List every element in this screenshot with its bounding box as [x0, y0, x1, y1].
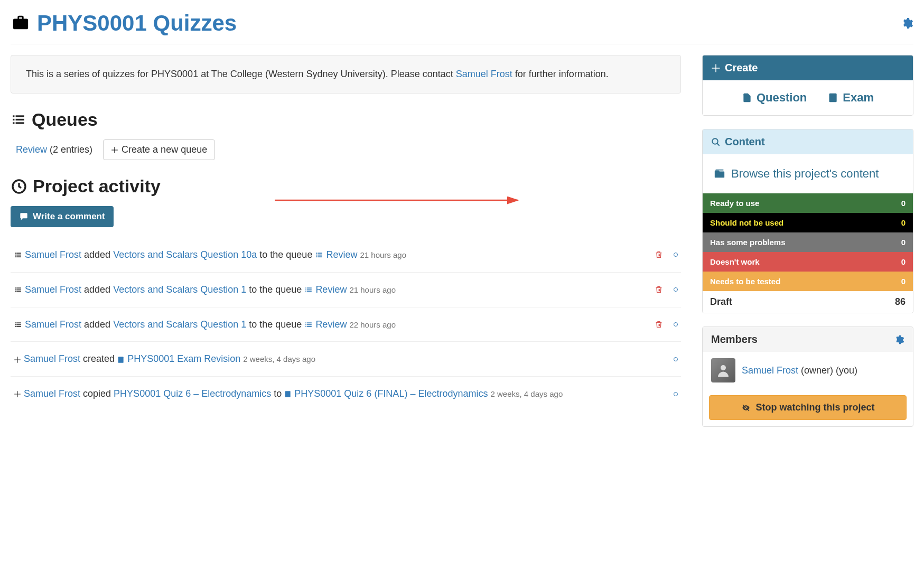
activity-user-link[interactable]: Samuel Frost: [25, 319, 81, 330]
clock-icon: [11, 178, 27, 195]
status-label: Ready to use: [710, 199, 759, 208]
activity-heading: Project activity: [11, 176, 681, 197]
status-label: Has some problems: [710, 238, 786, 247]
svg-rect-20: [15, 287, 16, 288]
activity-object-link[interactable]: Vectors and Scalars Question 1: [113, 284, 246, 295]
page-title: PHYS0001 Quizzes: [11, 11, 237, 36]
members-panel-header: Members: [703, 327, 913, 352]
content-panel: Content Browse this project's content Re…: [702, 129, 913, 313]
delete-button[interactable]: [655, 320, 663, 329]
settings-button[interactable]: [901, 17, 913, 30]
write-comment-button[interactable]: Write a comment: [11, 206, 114, 227]
status-row[interactable]: Has some problems0: [703, 232, 913, 252]
activity-lead-icon: [14, 319, 22, 330]
svg-rect-30: [306, 291, 307, 292]
status-row[interactable]: Should not be used0: [703, 213, 913, 232]
content-panel-header: Content: [703, 129, 913, 154]
svg-rect-45: [716, 170, 724, 171]
svg-rect-13: [16, 257, 21, 258]
browse-content-link[interactable]: Browse this project's content: [713, 165, 902, 183]
create-question-link[interactable]: Question: [742, 91, 807, 105]
svg-rect-22: [15, 290, 16, 291]
svg-rect-43: [307, 326, 312, 327]
file-icon: [742, 91, 752, 104]
activity-target-link[interactable]: Review: [326, 249, 357, 260]
activity-time: 2 weeks, 4 days ago: [490, 389, 563, 398]
activity-user-link[interactable]: Samuel Frost: [25, 284, 81, 295]
activity-lead-icon: [14, 388, 21, 399]
svg-rect-34: [15, 324, 16, 325]
svg-rect-32: [15, 322, 16, 323]
mark-dot[interactable]: [674, 322, 678, 326]
svg-rect-4: [13, 122, 14, 124]
delete-button[interactable]: [655, 285, 663, 294]
status-row[interactable]: Needs to be tested0: [703, 272, 913, 291]
svg-point-46: [721, 365, 726, 370]
svg-rect-39: [307, 322, 312, 323]
svg-rect-18: [316, 257, 318, 258]
activity-time: 2 weeks, 4 days ago: [243, 354, 315, 363]
status-label: Doesn't work: [710, 257, 760, 266]
activity-item: Samuel Frost added Vectors and Scalars Q…: [11, 307, 681, 342]
mark-dot[interactable]: [674, 287, 678, 292]
mark-dot[interactable]: [674, 253, 678, 257]
delete-button[interactable]: [655, 250, 663, 259]
create-queue-button[interactable]: Create a new queue: [103, 139, 215, 160]
create-exam-link[interactable]: Exam: [828, 91, 874, 105]
status-row[interactable]: Draft86: [703, 291, 913, 313]
activity-object-link[interactable]: PHYS0001 Quiz 6 – Electrodynamics: [114, 388, 271, 399]
status-row[interactable]: Doesn't work0: [703, 252, 913, 272]
folder-icon: [713, 168, 726, 180]
briefcase-icon: [11, 14, 31, 32]
members-settings-button[interactable]: [894, 334, 904, 345]
svg-rect-1: [16, 115, 24, 117]
project-description: This is a series of quizzes for PHYS0001…: [11, 55, 681, 94]
activity-object-link[interactable]: Vectors and Scalars Question 10a: [113, 249, 257, 260]
contact-link[interactable]: Samuel Frost: [456, 69, 512, 79]
activity-user-link[interactable]: Samuel Frost: [24, 388, 80, 399]
activity-time: 22 hours ago: [349, 320, 396, 329]
activity-target-link[interactable]: Review: [315, 284, 347, 295]
svg-rect-37: [16, 326, 21, 327]
svg-rect-0: [13, 115, 14, 117]
activity-object-link[interactable]: Vectors and Scalars Question 1: [113, 319, 246, 330]
status-count: 0: [901, 218, 906, 227]
svg-point-44: [712, 138, 718, 144]
svg-rect-27: [307, 287, 312, 288]
review-queue-link[interactable]: Review: [16, 144, 47, 155]
svg-rect-11: [16, 255, 21, 256]
activity-target-link[interactable]: Review: [315, 319, 347, 330]
svg-rect-40: [306, 324, 307, 325]
activity-target-link[interactable]: PHYS0001 Quiz 6 (FINAL) – Electrodynamic…: [294, 388, 488, 399]
svg-rect-36: [15, 326, 16, 327]
mark-dot[interactable]: [674, 392, 678, 396]
eye-slash-icon: [741, 404, 751, 412]
status-row[interactable]: Ready to use0: [703, 193, 913, 213]
activity-lead-icon: [14, 249, 22, 260]
svg-rect-24: [15, 291, 16, 292]
mark-dot[interactable]: [674, 357, 678, 361]
svg-rect-2: [13, 118, 14, 120]
list-icon: [11, 113, 26, 127]
members-panel: Members Samuel Frost (owner) (you): [702, 326, 913, 427]
book-icon: [828, 91, 838, 104]
svg-rect-26: [306, 287, 307, 288]
queue-controls: Review (2 entries) Create a new queue: [11, 139, 681, 160]
queues-heading: Queues: [11, 109, 681, 130]
svg-rect-15: [318, 253, 322, 254]
activity-time: 21 hours ago: [349, 285, 396, 294]
svg-rect-29: [307, 290, 312, 291]
stop-watching-button[interactable]: Stop watching this project: [709, 395, 907, 420]
svg-rect-14: [316, 253, 318, 254]
activity-user-link[interactable]: Samuel Frost: [25, 249, 81, 260]
member-link[interactable]: Samuel Frost: [742, 365, 798, 376]
svg-rect-8: [15, 253, 16, 254]
activity-lead-icon: [14, 284, 22, 295]
activity-object-link[interactable]: PHYS0001 Exam Revision: [127, 353, 240, 364]
member-row: Samuel Frost (owner) (you): [703, 352, 913, 389]
plus-icon: [111, 146, 118, 154]
svg-rect-9: [16, 253, 21, 254]
activity-user-link[interactable]: Samuel Frost: [24, 353, 80, 364]
svg-rect-25: [16, 291, 21, 292]
svg-rect-5: [16, 122, 24, 124]
